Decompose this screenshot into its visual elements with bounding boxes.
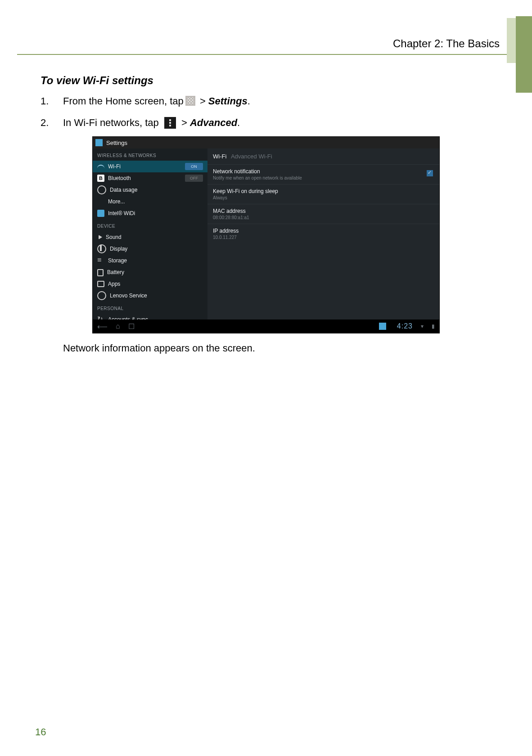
section-title: To view Wi-Fi settings: [41, 74, 487, 87]
step-text: From the Home screen, tap > Settings.: [63, 93, 487, 109]
apps-icon: [97, 281, 104, 287]
step-1-sep: >: [197, 95, 208, 107]
side-tab-dark: [516, 16, 532, 93]
notification-icon[interactable]: [379, 323, 386, 330]
sidebar-item-more[interactable]: More...: [93, 196, 207, 207]
settings-body: WIRELESS & NETWORKS Wi-Fi ON B Bluetooth…: [93, 148, 439, 320]
opt-sub: Always: [213, 195, 434, 200]
display-label: Display: [110, 246, 127, 252]
opt-ip-address: IP address 10.0.11.227: [207, 224, 439, 243]
storage-label: Storage: [108, 257, 127, 264]
sidebar-item-lenovo[interactable]: Lenovo Service: [93, 290, 207, 302]
system-bar: ⟵ ⌂ ☐ 4:23 ▾ ▮: [93, 320, 439, 333]
android-settings-screenshot: Settings WIRELESS & NETWORKS Wi-Fi ON B …: [92, 136, 440, 333]
checkbox-checked-icon[interactable]: [427, 170, 433, 176]
lenovo-icon: [97, 291, 106, 300]
step-2-bold: Advanced: [190, 117, 237, 128]
settings-title: Settings: [106, 140, 127, 146]
step-2-tail: .: [237, 117, 240, 128]
opt-title: Keep Wi-Fi on during sleep: [213, 188, 434, 194]
apps-label: Apps: [108, 281, 120, 287]
widi-label: Intel® WiDi: [108, 210, 135, 216]
storage-icon: [97, 257, 104, 264]
apps-grid-icon: [185, 96, 195, 106]
group-wireless: WIRELESS & NETWORKS: [93, 148, 207, 161]
wifi-icon: [97, 163, 104, 170]
side-tab-light: [507, 18, 516, 63]
bluetooth-icon: B: [97, 175, 104, 182]
crumb-wifi[interactable]: Wi-Fi: [213, 153, 226, 160]
step-text: In Wi-Fi networks, tap > Advanced.: [63, 115, 487, 131]
step-number: 2.: [41, 115, 63, 131]
opt-mac-address: MAC address 08:00:28:80:a1:a1: [207, 204, 439, 224]
battery-icon: [97, 269, 104, 276]
opt-sub: 08:00:28:80:a1:a1: [213, 215, 434, 220]
opt-sub: 10.0.11.227: [213, 235, 434, 240]
lenovo-label: Lenovo Service: [110, 292, 147, 299]
sound-icon: [99, 235, 102, 239]
opt-title: MAC address: [213, 208, 434, 214]
sidebar-item-bluetooth[interactable]: B Bluetooth OFF: [93, 172, 207, 184]
opt-title: Network notification: [213, 168, 434, 175]
settings-detail-pane: Wi-Fi Advanced Wi-Fi Network notificatio…: [207, 148, 439, 320]
clock: 4:23: [397, 322, 413, 330]
overflow-menu-icon: [164, 117, 176, 129]
settings-titlebar: Settings: [93, 137, 439, 148]
breadcrumb: Wi-Fi Advanced Wi-Fi: [207, 148, 439, 164]
opt-network-notification[interactable]: Network notification Notify me when an o…: [207, 164, 439, 184]
wifi-toggle[interactable]: ON: [185, 163, 203, 170]
page-number: 16: [35, 726, 46, 738]
sidebar-item-widi[interactable]: Intel® WiDi: [93, 207, 207, 219]
battery-label: Battery: [107, 269, 124, 275]
group-device: DEVICE: [93, 219, 207, 231]
bluetooth-toggle[interactable]: OFF: [185, 175, 203, 182]
step-2-sep: >: [179, 117, 190, 128]
step-1: 1. From the Home screen, tap > Settings.: [41, 93, 487, 109]
crumb-advanced: Advanced Wi-Fi: [231, 153, 272, 160]
step-number: 1.: [41, 93, 63, 109]
wifi-status-icon: ▾: [421, 323, 424, 329]
blank-icon: [97, 198, 104, 205]
accounts-label: Accounts & sync: [108, 316, 148, 320]
step-1-pre: From the Home screen, tap: [63, 95, 184, 107]
display-icon: [97, 244, 106, 253]
more-label: More...: [108, 198, 125, 205]
recent-icon[interactable]: ☐: [128, 322, 135, 331]
opt-sub: Notify me when an open network is availa…: [213, 176, 434, 180]
sidebar-item-battery[interactable]: Battery: [93, 266, 207, 278]
page: Chapter 2: The Basics To view Wi-Fi sett…: [0, 0, 532, 756]
data-label: Data usage: [110, 187, 137, 193]
chapter-heading: Chapter 2: The Basics: [393, 37, 500, 50]
back-icon[interactable]: ⟵: [97, 322, 108, 331]
step-2: 2. In Wi-Fi networks, tap > Advanced.: [41, 115, 487, 131]
widi-icon: [97, 210, 104, 217]
battery-status-icon: ▮: [432, 323, 435, 329]
sidebar-item-wifi[interactable]: Wi-Fi ON: [93, 161, 207, 172]
sidebar-item-data[interactable]: Data usage: [93, 184, 207, 196]
bluetooth-label: Bluetooth: [108, 175, 131, 181]
step-1-bold: Settings: [208, 95, 248, 107]
sidebar-item-accounts[interactable]: Accounts & sync: [93, 314, 207, 320]
body: To view Wi-Fi settings 1. From the Home …: [41, 74, 487, 354]
settings-sidebar: WIRELESS & NETWORKS Wi-Fi ON B Bluetooth…: [93, 148, 207, 320]
step-1-tail: .: [248, 95, 250, 107]
wifi-label: Wi-Fi: [108, 163, 121, 170]
step-2-pre: In Wi-Fi networks, tap: [63, 117, 162, 128]
sound-label: Sound: [106, 234, 122, 240]
settings-app-icon: [95, 139, 103, 146]
caption: Network information appears on the scree…: [63, 342, 487, 354]
header-rule: [17, 54, 507, 55]
opt-title: IP address: [213, 228, 434, 234]
data-usage-icon: [97, 185, 106, 194]
home-icon[interactable]: ⌂: [116, 322, 120, 330]
sidebar-item-apps[interactable]: Apps: [93, 278, 207, 290]
sidebar-item-storage[interactable]: Storage: [93, 255, 207, 266]
group-personal: PERSONAL: [93, 302, 207, 314]
opt-keep-wifi-sleep[interactable]: Keep Wi-Fi on during sleep Always: [207, 184, 439, 204]
sidebar-item-display[interactable]: Display: [93, 243, 207, 255]
sync-icon: [97, 316, 104, 320]
sidebar-item-sound[interactable]: Sound: [93, 231, 207, 243]
